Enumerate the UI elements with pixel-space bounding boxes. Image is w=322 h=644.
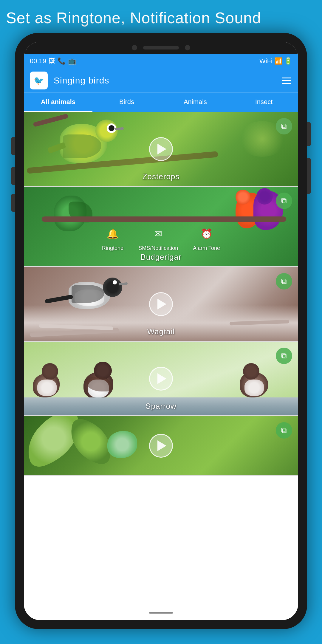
bird-card-budgerigar[interactable]: ⧉ 🔔 Ringtone ✉ SMS/Notification ⏰ Alarm … [24, 187, 298, 267]
hamburger-line-2 [282, 80, 291, 81]
wagtail-play-button[interactable] [149, 292, 173, 316]
zosterops-play-button[interactable] [149, 137, 173, 161]
status-screen-icon: 📺 [68, 57, 76, 65]
wagtail-save-icon: ⧉ [281, 277, 287, 286]
last-save-button[interactable]: ⧉ [276, 422, 292, 439]
budgerigar-bird-1-head [236, 190, 250, 205]
status-left: 00:19 🖼 📞 📺 [30, 57, 76, 65]
last-play-triangle [157, 440, 166, 451]
wagtail-head [103, 278, 122, 297]
phone-bottom-bar [24, 605, 298, 620]
hamburger-line-3 [282, 83, 291, 84]
sparrow-play-button[interactable] [149, 367, 173, 391]
sparrow-bird-name: Sparrow [145, 402, 177, 411]
sms-label: SMS/Notification [138, 245, 178, 251]
budgerigar-save-icon: ⧉ [281, 196, 287, 205]
signal-icon: 📶 [274, 57, 282, 65]
bottom-nav-indicator [149, 612, 173, 614]
status-right: WiFi 📶 🔋 [259, 57, 292, 65]
sms-notification-action-button[interactable]: ✉ SMS/Notification [138, 225, 178, 251]
budgerigar-save-button[interactable]: ⧉ [276, 193, 292, 209]
speaker-bar [143, 46, 179, 49]
bird-card-sparrow[interactable]: ⧉ Sparrow [24, 342, 298, 416]
wifi-icon: WiFi [259, 57, 273, 65]
status-bar: 00:19 🖼 📞 📺 WiFi 📶 🔋 [24, 54, 298, 69]
wagtail-eye [113, 280, 117, 284]
alarm-label: Alarm Tone [193, 245, 220, 251]
last-save-icon: ⧉ [281, 426, 287, 435]
zosterops-branch [27, 151, 218, 174]
hamburger-line-1 [282, 78, 291, 78]
battery-icon: 🔋 [284, 57, 292, 65]
tab-animals[interactable]: Animals [161, 93, 230, 112]
app-logo: 🐦 [30, 72, 48, 89]
zosterops-save-button[interactable]: ⧉ [276, 118, 292, 134]
zosterops-beak [115, 127, 124, 131]
wagtail-bird-name: Wagtail [147, 327, 175, 336]
logo-bird-icon: 🐦 [34, 76, 44, 86]
camera-dot-right [185, 45, 190, 50]
tab-birds[interactable]: Birds [92, 93, 161, 112]
ringtone-action-button[interactable]: 🔔 Ringtone [102, 225, 123, 251]
sparrow-1-belly [37, 380, 57, 396]
app-title: Singing birds [54, 75, 274, 86]
category-tabs: All animals Birds Animals Insect [24, 92, 298, 112]
alarm-tone-action-button[interactable]: ⏰ Alarm Tone [193, 225, 220, 251]
last-bird-body [107, 431, 137, 458]
status-time: 00:19 [30, 57, 46, 65]
envelope-icon: ✉ [149, 225, 167, 243]
ringtone-label: Ringtone [102, 245, 123, 251]
budgerigar-bird-name: Budgerigar [140, 253, 181, 262]
app-header: 🐦 Singing birds [24, 69, 298, 92]
action-buttons-bar: 🔔 Ringtone ✉ SMS/Notification ⏰ Alarm To… [102, 225, 220, 251]
sparrow-3-head [243, 363, 259, 380]
save-copy-icon: ⧉ [281, 122, 287, 131]
budgerigar-bird-2-head [256, 188, 273, 205]
phone-notch [24, 42, 298, 54]
volume-down-button-2[interactable] [11, 167, 15, 185]
power-button[interactable] [307, 122, 311, 146]
phone-screen: 00:19 🖼 📞 📺 WiFi 📶 🔋 🐦 Singing birds [24, 42, 298, 620]
budgerigar-perch [42, 216, 286, 222]
sparrow-save-button[interactable]: ⧉ [276, 348, 292, 364]
sparrow-3-belly [244, 380, 264, 396]
sparrow-1-head [42, 363, 58, 380]
sparrow-save-icon: ⧉ [281, 351, 287, 360]
page-title: Set as Ringtone, Notification Sound [6, 9, 261, 27]
status-image-icon: 🖼 [49, 57, 55, 65]
tab-insect[interactable]: Insect [230, 93, 298, 112]
bird-card-wagtail[interactable]: ⧉ Wagtail [24, 267, 298, 342]
play-triangle-icon [157, 144, 166, 154]
tab-all-animals[interactable]: All animals [24, 93, 92, 112]
scrollable-content: ⧉ Zosterops ⧉ [24, 112, 298, 476]
zosterops-eye [109, 125, 114, 131]
bird-card-zosterops[interactable]: ⧉ Zosterops [24, 112, 298, 187]
volume-up-button[interactable] [307, 158, 311, 194]
zosterops-bird-name: Zosterops [143, 172, 180, 181]
status-phone-icon: 📞 [58, 57, 66, 65]
camera-dot-left [132, 45, 137, 50]
volume-down-button-1[interactable] [11, 137, 15, 155]
hamburger-menu-button[interactable] [280, 76, 292, 85]
alarm-icon: ⏰ [198, 225, 216, 243]
bell-icon: 🔔 [104, 225, 122, 243]
last-play-button[interactable] [149, 434, 173, 458]
silent-switch[interactable] [11, 194, 15, 212]
wagtail-play-triangle [157, 299, 166, 309]
sparrow-play-triangle [157, 373, 166, 384]
page-title-bar: Set as Ringtone, Notification Sound [0, 0, 322, 33]
bird-card-last[interactable]: ⧉ [24, 416, 298, 476]
wagtail-beak [119, 282, 128, 285]
wagtail-save-button[interactable]: ⧉ [276, 273, 292, 290]
phone-frame: 00:19 🖼 📞 📺 WiFi 📶 🔋 🐦 Singing birds [15, 33, 307, 629]
